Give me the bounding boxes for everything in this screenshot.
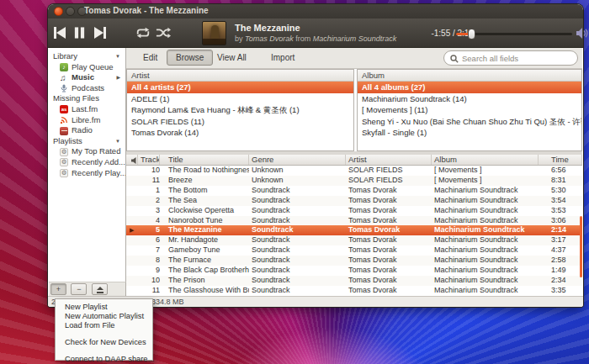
add-playlist-button[interactable]: +: [50, 283, 66, 295]
album-list-item[interactable]: Skyfall - Single (1): [358, 127, 581, 139]
column-header-artist[interactable]: Artist: [346, 155, 432, 165]
titlebar[interactable]: Tomas Dvorak - The Mezzanine: [48, 4, 583, 18]
main-content: Edit Browse View All Import Artist All 4…: [126, 48, 582, 296]
sidebar-section-library[interactable]: Library ▼: [49, 51, 125, 62]
next-track-button[interactable]: [93, 25, 108, 40]
artist-list-item[interactable]: Raymond Lam& Eva Huang - 林峰 & 黄圣依 (1): [127, 104, 353, 116]
column-header-track[interactable]: Track: [138, 155, 160, 165]
album-art-tower: [211, 25, 219, 39]
sidebar-item-librefm[interactable]: Libre.fm: [49, 115, 125, 126]
now-playing-artist: Tomas Dvorak: [245, 34, 294, 43]
sidebar-item-recently-added[interactable]: ⚙ Recently Add...: [49, 157, 125, 168]
now-playing-byline: by Tomas Dvorak from Machinarium Soundtr…: [235, 34, 396, 43]
speaker-icon: [576, 27, 588, 40]
view-all-button[interactable]: View All: [217, 53, 247, 62]
menu-item-check-for-new-devices[interactable]: Check for New Devices: [56, 338, 152, 347]
remove-playlist-button[interactable]: −: [71, 283, 87, 295]
album-list-item[interactable]: Sheng Yi - Xu Nuo (Bai She Chuan Shuo Zh…: [358, 116, 581, 128]
repeat-button[interactable]: [135, 26, 151, 40]
table-row[interactable]: 11 The Glasshouse With Butterfly Soundtr…: [126, 286, 582, 296]
playlist-context-menu: New Playlist New Automatic Playlist Load…: [55, 298, 153, 361]
edit-button[interactable]: Edit: [143, 53, 157, 62]
table-row-playing[interactable]: ▶ 5 The Mezzanine Soundtrack Tomas Dvora…: [126, 225, 582, 235]
minimize-window-button[interactable]: [66, 7, 75, 16]
now-playing-title: The Mezzanine: [235, 23, 300, 33]
desktop-wallpaper: Tomas Dvorak - The Mezzanine: [0, 0, 589, 364]
seek-thumb[interactable]: [468, 29, 475, 40]
secondary-toolbar: Edit Browse View All Import: [126, 48, 582, 69]
pause-icon: [73, 25, 86, 40]
chevron-down-icon[interactable]: ▼: [115, 136, 120, 147]
source-sidebar: Library ▼ ♪ Play Queue ♫ Music ▶ Podcast…: [49, 48, 126, 296]
artist-column-header[interactable]: Artist: [127, 70, 353, 82]
menu-item-connect-to-daap[interactable]: Connect to DAAP share...: [56, 355, 152, 364]
album-list-item[interactable]: [ Movements ] (11): [358, 104, 581, 116]
microphone-icon: [60, 84, 68, 92]
menu-item-new-playlist[interactable]: New Playlist: [56, 303, 152, 312]
search-box[interactable]: [443, 50, 578, 66]
previous-track-icon: [52, 25, 67, 40]
sidebar-section-playlists[interactable]: Playlists ▼: [49, 136, 125, 147]
sidebar-item-music[interactable]: ♫ Music ▶: [49, 72, 125, 83]
playing-column-header[interactable]: [126, 155, 138, 165]
sidebar-item-missing-files[interactable]: Missing Files: [49, 93, 125, 104]
table-row[interactable]: 3 Clockwise Operetta Soundtrack Tomas Dv…: [126, 206, 582, 216]
now-playing-indicator-icon: ▶: [130, 225, 134, 235]
track-list: 10 The Road to Nothingness Unknown SOLAR…: [126, 166, 582, 296]
previous-track-button[interactable]: [52, 25, 67, 40]
playlist-actions-toolbar: + −: [49, 282, 126, 296]
artist-list-item[interactable]: Tomas Dvorak (14): [127, 127, 353, 139]
artist-list-item[interactable]: SOLAR FIELDS (11): [127, 116, 353, 128]
search-input[interactable]: [462, 52, 573, 64]
lastfm-icon: as: [60, 105, 68, 113]
next-track-icon: [93, 25, 108, 40]
column-header-genre[interactable]: Genre: [249, 155, 346, 165]
table-row[interactable]: 2 The Sea Soundtrack Tomas Dvorak Machin…: [126, 196, 582, 206]
album-column-header[interactable]: Album: [358, 70, 581, 82]
now-playing-album: Machinarium Soundtrack: [313, 34, 397, 43]
table-row[interactable]: 10 The Road to Nothingness Unknown SOLAR…: [126, 166, 582, 176]
sidebar-item-radio[interactable]: Radio: [49, 125, 125, 136]
table-row[interactable]: 10 The Prison Soundtrack Tomas Dvorak Ma…: [126, 276, 582, 286]
menu-item-new-automatic-playlist[interactable]: New Automatic Playlist: [56, 312, 152, 321]
column-header-album[interactable]: Album: [432, 155, 539, 165]
chevron-down-icon[interactable]: ▼: [115, 51, 120, 62]
browse-toggle-button[interactable]: Browse: [167, 50, 213, 66]
import-button[interactable]: Import: [271, 53, 294, 62]
menu-item-load-from-file[interactable]: Load from File: [56, 321, 152, 330]
track-list-scrollbar[interactable]: [580, 216, 582, 277]
sidebar-item-play-queue[interactable]: ♪ Play Queue: [49, 62, 125, 73]
artist-list-item[interactable]: ADELE (1): [127, 93, 353, 105]
sidebar-item-recently-played[interactable]: ⚙ Recently Play...: [49, 168, 125, 179]
play-queue-icon: ♪: [60, 63, 68, 71]
artist-browser-pane: Artist All 4 artists (27) ADELE (1) Raym…: [126, 69, 354, 151]
table-row[interactable]: 11 Breeze Unknown SOLAR FIELDS [ Movemen…: [126, 176, 582, 186]
close-window-button[interactable]: [54, 7, 63, 16]
playing-arrow-icon: ▶: [116, 72, 120, 83]
shuffle-button[interactable]: [156, 26, 171, 40]
artist-list-item[interactable]: All 4 artists (27): [127, 82, 353, 93]
sidebar-item-podcasts[interactable]: Podcasts: [49, 83, 125, 94]
rhythmbox-window: Tomas Dvorak - The Mezzanine: [48, 4, 583, 307]
column-header-title[interactable]: Title: [160, 155, 249, 165]
sidebar-item-lastfm[interactable]: as Last.fm: [49, 104, 125, 115]
table-row[interactable]: 9 The Black Cap Brotherhood ... Soundtra…: [126, 266, 582, 276]
auto-playlist-gear-icon: ⚙: [60, 148, 68, 156]
table-row[interactable]: 8 The Furnace Soundtrack Tomas Dvorak Ma…: [126, 256, 582, 266]
auto-playlist-gear-icon: ⚙: [60, 169, 68, 177]
table-row[interactable]: 6 Mr. Handagote Soundtrack Tomas Dvorak …: [126, 235, 582, 245]
table-row[interactable]: 7 Gameboy Tune Soundtrack Tomas Dvorak M…: [126, 245, 582, 256]
sidebar-item-my-top-rated[interactable]: ⚙ My Top Rated: [49, 146, 125, 157]
table-row[interactable]: 1 The Bottom Soundtrack Tomas Dvorak Mac…: [126, 186, 582, 196]
volume-button[interactable]: [576, 27, 588, 40]
radio-icon: [60, 127, 68, 135]
pause-button[interactable]: [73, 25, 86, 40]
librefm-waves-icon: [60, 116, 68, 124]
table-row[interactable]: 4 Nanorobot Tune Soundtrack Tomas Dvorak…: [126, 216, 582, 226]
seek-slider[interactable]: [456, 33, 572, 35]
album-list-item[interactable]: Machinarium Soundtrack (14): [358, 93, 581, 105]
album-list-item[interactable]: All 4 albums (27): [358, 82, 581, 93]
column-header-time[interactable]: Time: [539, 155, 582, 165]
track-table-header: Track Title Genre Artist Album Time: [126, 155, 582, 166]
eject-button[interactable]: [92, 283, 108, 295]
